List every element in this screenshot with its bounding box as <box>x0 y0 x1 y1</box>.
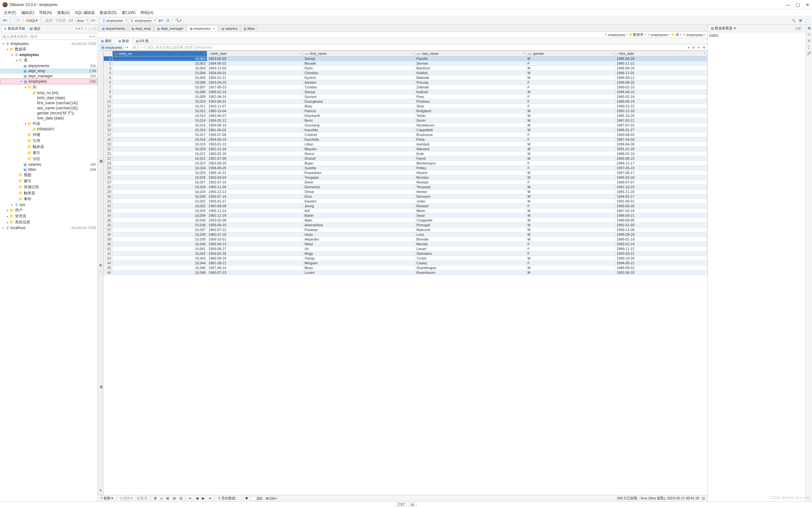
tree-toggle-icon[interactable]: ▾ <box>23 122 27 125</box>
cell[interactable]: 10,025 <box>113 170 207 175</box>
cell[interactable]: M <box>526 199 615 204</box>
refresh-button[interactable]: ⟳刷新 ▾ <box>99 496 114 501</box>
cell[interactable]: M <box>526 270 615 275</box>
table-row[interactable]: 1410,0141956-02-12BerniGeninM1987-03-11 <box>104 118 707 123</box>
editor-tab[interactable]: ▦employees✕ <box>187 25 218 32</box>
edit2-icon[interactable]: ≡ <box>159 496 164 501</box>
tree-toggle-icon[interactable]: ▸ <box>6 215 9 218</box>
breadcrumb-item[interactable]: 📁数据库 <box>629 32 646 37</box>
table-row[interactable]: 3210,0321960-08-09JeongReistadF1990-06-2… <box>104 204 707 209</box>
cell[interactable]: 1963-06-01 <box>207 99 303 104</box>
tree-row[interactable]: ▸📁系统信息 <box>0 219 97 225</box>
cell[interactable]: 1952-07-08 <box>207 156 303 161</box>
data-grid[interactable]: 123emp_no▾⊙birth_date▾ABCfirst_name▾ABCl… <box>103 51 707 275</box>
cell[interactable]: F <box>526 180 615 185</box>
editor-tab[interactable]: ▦dept_emp <box>129 25 154 32</box>
cell[interactable]: 10,010 <box>113 99 207 104</box>
row-number[interactable]: 6 <box>104 80 113 85</box>
cell[interactable]: M <box>526 189 615 194</box>
cell[interactable]: 1959-08-27 <box>207 246 303 251</box>
tree-toggle-icon[interactable]: ▾ <box>23 86 27 89</box>
cell[interactable]: 1988-09-05 <box>615 218 707 223</box>
cell[interactable]: Makrucki <box>415 228 526 232</box>
cell[interactable]: 1995-03-20 <box>615 175 707 180</box>
tree-row[interactable]: ▸🛢sys <box>0 202 97 207</box>
nav-next-icon[interactable]: ▶ <box>201 496 206 501</box>
column-header[interactable]: ⊙birth_date▾ <box>207 51 303 56</box>
grid-sort-icon[interactable]: ↕ <box>98 270 103 276</box>
cell[interactable]: 10,017 <box>113 132 207 137</box>
cell[interactable]: Mary <box>303 104 415 109</box>
cell[interactable]: 10,039 <box>113 237 207 242</box>
tree-row[interactable]: ◦first_name (varchar(14)) <box>0 101 97 106</box>
column-header[interactable]: ⊙hire_date▾ <box>615 51 707 56</box>
cell[interactable]: Otmar <box>303 189 415 194</box>
row-number[interactable]: 14 <box>104 118 113 123</box>
filter-settings-icon[interactable]: ⚙ <box>702 46 706 49</box>
cell[interactable]: 1959-12-03 <box>207 66 303 71</box>
cell[interactable]: 10,014 <box>113 118 207 123</box>
tree-row[interactable]: 📁索引 <box>0 150 97 156</box>
cell[interactable]: F <box>526 166 615 170</box>
tree-row[interactable]: ◦gender (enum('M','F')) <box>0 111 97 116</box>
save-button[interactable]: ⊙保存 ▾ <box>119 496 134 501</box>
cell[interactable]: Divier <box>303 180 415 185</box>
cell[interactable]: M <box>526 256 615 261</box>
cell[interactable]: 1994-05-21 <box>615 261 707 266</box>
value-viewer-content[interactable]: 10001 <box>708 32 806 501</box>
cell[interactable]: M <box>526 128 615 132</box>
cell[interactable]: 10,041 <box>113 246 207 251</box>
cell[interactable]: 10,003 <box>113 66 207 71</box>
cell[interactable]: M <box>526 223 615 228</box>
menu-item[interactable]: 编辑(E) <box>19 9 37 16</box>
tree-toggle-icon[interactable]: ▸ <box>6 221 9 224</box>
filter-toggle-icon[interactable]: ⇆ <box>125 46 128 49</box>
tree-row[interactable]: ▸📁用户 <box>0 207 97 213</box>
table-row[interactable]: 4410,0441961-09-21MingsenCasleyF1994-05-… <box>104 261 707 266</box>
sub-tab[interactable]: ▦属性 <box>98 38 115 44</box>
cell[interactable]: 1953-09-02 <box>207 56 303 61</box>
table-row[interactable]: 2510,0251958-10-31PrasadramHeyersM1987-0… <box>104 170 707 175</box>
cell[interactable]: Meriste <box>415 242 526 246</box>
cell[interactable]: Duangkaew <box>303 99 415 104</box>
cell[interactable]: 1956-02-26 <box>207 251 303 256</box>
cell[interactable]: M <box>526 213 615 218</box>
editor-tab[interactable]: ▦titles <box>241 25 258 32</box>
table-row[interactable]: 4210,0421956-02-26MagyStamatiouF1993-03-… <box>104 251 707 256</box>
cell[interactable]: M <box>526 71 615 75</box>
row-number[interactable]: 17 <box>104 132 113 137</box>
cell[interactable]: 1953-04-20 <box>207 80 303 85</box>
cell[interactable]: 1952-04-19 <box>207 95 303 99</box>
cell[interactable]: Lucien <box>303 270 415 275</box>
cell[interactable]: 1985-11-20 <box>615 189 707 194</box>
cell[interactable]: Anneke <box>303 80 415 85</box>
cell[interactable]: Kalloufi <box>415 90 526 95</box>
commit-button[interactable]: ↓提交 <box>43 17 54 23</box>
tree-row[interactable]: ▾▦employees14M <box>0 78 97 84</box>
cell[interactable]: 1959-09-13 <box>207 242 303 246</box>
edit5-icon[interactable]: ⊡ <box>178 496 184 501</box>
row-number[interactable]: 39 <box>104 237 113 242</box>
cell[interactable]: 1992-01-03 <box>615 223 707 228</box>
cell[interactable]: Bouloucos <box>415 132 526 137</box>
cell[interactable]: Tempesti <box>415 185 526 189</box>
row-number[interactable]: 22 <box>104 156 113 161</box>
table-row[interactable]: 2110,0211960-02-20RamziErdeM1988-02-10 <box>104 152 707 156</box>
tree-row[interactable]: ▾🛢employees- localhost:3306 <box>0 41 97 46</box>
editor-tab[interactable]: ▦dept_manager <box>154 25 186 32</box>
menu-item[interactable]: 数据库(D) <box>97 9 119 16</box>
cell[interactable]: Maliniak <box>415 75 526 80</box>
cell[interactable]: Sumant <box>303 95 415 99</box>
cell[interactable]: 10,035 <box>113 218 207 223</box>
row-number[interactable]: 8 <box>104 90 113 95</box>
cell[interactable]: 10,040 <box>113 242 207 246</box>
row-number[interactable]: 10 <box>104 99 113 104</box>
row-number[interactable]: 18 <box>104 137 113 142</box>
row-number[interactable]: 46 <box>104 270 113 275</box>
cell[interactable]: F <box>526 132 615 137</box>
new-sql-icon[interactable]: 📄▾ <box>12 18 21 23</box>
cell[interactable]: Pradeep <box>303 228 415 232</box>
cell[interactable]: 10,024 <box>113 166 207 170</box>
cell[interactable]: Kazuhito <box>303 128 415 132</box>
nav-refresh-icon[interactable]: = <box>81 26 83 31</box>
